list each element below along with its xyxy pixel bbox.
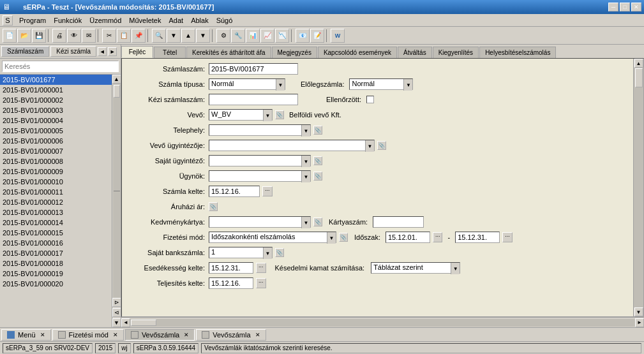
dots-idoszak-from[interactable]: ··· xyxy=(433,232,443,242)
h-scroll-thumb[interactable] xyxy=(131,320,156,326)
tb-down[interactable]: ▼ xyxy=(196,29,210,43)
list-item[interactable]: 2015-BV01/000005 xyxy=(0,126,112,136)
list-item[interactable]: 2015-BV01/000010 xyxy=(0,177,112,187)
attach-aruhaziar[interactable]: 📎 xyxy=(209,202,218,211)
menu-sugo[interactable]: Súgó xyxy=(213,16,237,25)
tb-new[interactable]: 📄 xyxy=(3,29,17,43)
list-item[interactable]: 2015-BV01/000008 xyxy=(0,156,112,166)
h-scroll-right[interactable]: ► xyxy=(635,318,644,327)
list-item[interactable]: 2015-BV01/000019 xyxy=(0,269,112,279)
list-item[interactable]: 2015-BV01/000014 xyxy=(0,218,112,228)
combo-fizetesimod-arrow[interactable]: ▼ xyxy=(327,232,336,244)
tab-kapcsolodo[interactable]: Kapcsolódó események xyxy=(318,47,397,58)
attach-vevo[interactable]: 📎 xyxy=(275,110,284,119)
menu-program[interactable]: Program xyxy=(15,16,50,25)
input-kezi[interactable] xyxy=(209,94,298,105)
h-scroll-left[interactable]: ◄ xyxy=(121,318,130,327)
list-item[interactable]: 2015-BV/001677 xyxy=(0,75,112,85)
tb-print[interactable]: 🖨 xyxy=(52,29,66,43)
maximize-button[interactable]: □ xyxy=(620,3,630,11)
tb-btn9[interactable]: 📧 xyxy=(296,29,310,43)
list-item[interactable]: 2015-BV01/000004 xyxy=(0,115,112,126)
list-item[interactable]: 2015-BV01/000016 xyxy=(0,238,112,248)
input-kartyaszam[interactable] xyxy=(373,216,424,228)
menu-funkciok[interactable]: Funkciók xyxy=(50,16,86,25)
dots-idoszak-to[interactable]: ··· xyxy=(502,232,513,242)
minimize-button[interactable]: ─ xyxy=(608,3,618,11)
input-esedekesseg[interactable] xyxy=(209,262,253,274)
task-vevoszamla1[interactable]: Vevőszámla ✕ xyxy=(125,329,195,341)
list-scroll-mid2[interactable]: ⊲ xyxy=(112,308,121,317)
menu-muveletek[interactable]: Műveletek xyxy=(125,16,165,25)
list-item[interactable]: 2015-BV01/000018 xyxy=(0,258,112,269)
input-idoszak-from[interactable] xyxy=(386,232,430,243)
menu-adat[interactable]: Adat xyxy=(165,16,187,25)
tb-btn7[interactable]: 📈 xyxy=(260,29,274,43)
tb-word[interactable]: W xyxy=(331,29,345,43)
tb-btn6[interactable]: 📊 xyxy=(246,29,260,43)
attach-vevougyint[interactable]: 📎 xyxy=(377,141,386,150)
dots-esedekesseg[interactable]: ··· xyxy=(256,263,266,273)
tab-tetel[interactable]: Tétel xyxy=(154,47,186,58)
list-item[interactable]: 2015-BV01/000015 xyxy=(0,228,112,238)
menu-ablak[interactable]: Ablak xyxy=(187,16,213,25)
attach-sajatbank[interactable]: 📎 xyxy=(275,248,284,257)
list-item[interactable]: 2015-BV01/000001 xyxy=(0,85,112,95)
list-item[interactable]: 2015-BV01/000003 xyxy=(0,105,112,115)
tb-filter[interactable]: ▼ xyxy=(167,29,181,43)
tab-kerekites[interactable]: Kerekítés és áthárított áfa xyxy=(186,47,271,58)
list-item[interactable]: 2015-BV01/000013 xyxy=(0,207,112,218)
tab-helyesbites[interactable]: Helyesbítéselszámolás xyxy=(479,47,556,58)
list-item[interactable]: 2015-BV01/000009 xyxy=(0,166,112,177)
combo-szamlatipus-arrow[interactable]: ▼ xyxy=(276,79,285,91)
list-scroll-up[interactable]: ▲ xyxy=(112,75,121,84)
combo-kedvezmeny-arrow[interactable]: ▼ xyxy=(301,217,310,228)
input-szamlaszam[interactable] xyxy=(209,63,298,75)
task-fizetesimod[interactable]: Fizetési mód ✕ xyxy=(52,329,124,341)
tb-copy[interactable]: 📋 xyxy=(117,29,131,43)
list-scroll-mid1[interactable]: ⊳ xyxy=(112,298,121,307)
tb-paste[interactable]: 📌 xyxy=(131,29,146,43)
tb-save[interactable]: 💾 xyxy=(32,29,46,43)
attach-sajaturyint[interactable]: 📎 xyxy=(313,156,322,165)
search-input[interactable] xyxy=(2,61,119,72)
tab-megjegyzes[interactable]: Megjegyzés xyxy=(272,47,317,58)
tab-kiegyenlites[interactable]: Kiegyenlítés xyxy=(433,47,479,58)
sidebar-nav-right[interactable]: ► xyxy=(108,47,117,56)
tb-btn3[interactable]: ✉ xyxy=(82,29,96,43)
attach-kedvezmeny[interactable]: 📎 xyxy=(313,218,322,226)
list-item[interactable]: 2015-BV01/000017 xyxy=(0,248,112,258)
menu-uzemmód[interactable]: Üzemmód xyxy=(86,16,125,25)
combo-kesedelmi-arrow[interactable]: ▼ xyxy=(451,263,460,274)
tab-fejlec[interactable]: Fejléc xyxy=(121,46,153,58)
sidebar-tab-kezi[interactable]: Kézi számla xyxy=(50,46,96,57)
task-menu[interactable]: Menü ✕ xyxy=(1,329,51,341)
tab-atvaltas[interactable]: Átváltás xyxy=(398,47,432,58)
scroll-down-btn[interactable]: ▼ xyxy=(634,307,643,316)
input-idoszak-to[interactable] xyxy=(455,232,500,243)
list-item[interactable]: 2015-BV01/000007 xyxy=(0,146,112,156)
tb-btn8[interactable]: 📉 xyxy=(275,29,289,43)
list-scroll-down[interactable]: ▼ xyxy=(112,318,121,327)
task-vevoszamla2[interactable]: Vevőszámla ✕ xyxy=(196,329,266,341)
tb-btn10[interactable]: 📝 xyxy=(310,29,324,43)
combo-vevo-arrow[interactable]: ▼ xyxy=(263,110,272,121)
scroll-up-btn[interactable]: ▲ xyxy=(634,59,643,68)
list-item[interactable]: 2015-BV01/000006 xyxy=(0,136,112,146)
list-item[interactable]: 2015-BV01/000012 xyxy=(0,197,112,207)
tb-cut[interactable]: ✂ xyxy=(102,29,116,43)
list-item[interactable]: 2015-BV01/000002 xyxy=(0,95,112,105)
list-item[interactable]: 2015-BV01/000011 xyxy=(0,187,112,197)
tb-btn4[interactable]: ⚙ xyxy=(216,29,230,43)
dots-teljesites[interactable]: ··· xyxy=(256,278,266,288)
combo-sajaturyint-arrow[interactable]: ▼ xyxy=(301,156,310,167)
input-teljesites[interactable] xyxy=(209,277,253,289)
list-item[interactable]: 2015-BV01/000020 xyxy=(0,279,112,289)
tb-search[interactable]: 🔍 xyxy=(152,29,166,43)
combo-eloleg-arrow[interactable]: ▼ xyxy=(403,79,412,91)
combo-sajatbank-arrow[interactable]: ▼ xyxy=(263,247,272,259)
tb-up[interactable]: ▲ xyxy=(181,29,195,43)
combo-vevougyint-arrow[interactable]: ▼ xyxy=(365,140,374,152)
dots-szamlakelte[interactable]: ··· xyxy=(262,186,273,196)
attach-ugynok[interactable]: 📎 xyxy=(313,172,322,181)
